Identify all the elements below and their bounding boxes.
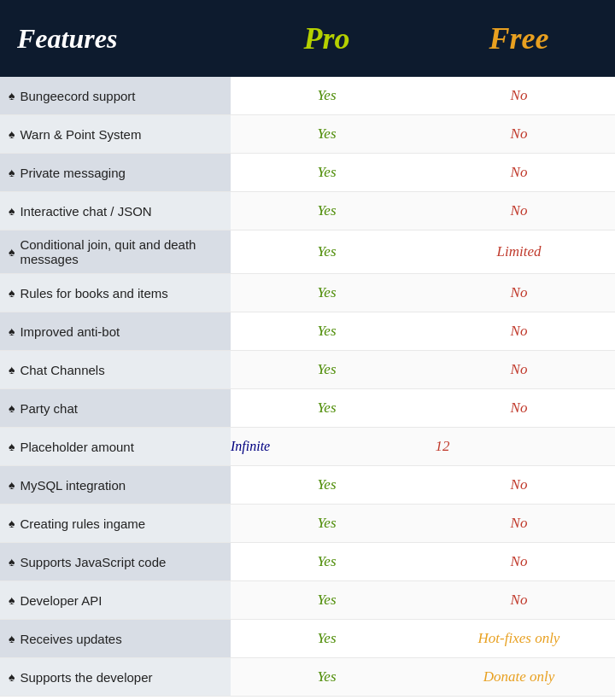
feature-cell: ♠Rules for books and items [0,274,231,312]
feature-label: Improved anti-bot [20,324,120,339]
spade-icon: ♠ [9,593,15,607]
feature-cell: ♠Placeholder amount [0,428,231,465]
table-row: ♠Receives updatesYesHot-fixes only [0,620,615,658]
spade-icon: ♠ [9,516,15,530]
free-cell: Limited [423,243,615,260]
free-cell: 12 [270,438,615,455]
table-row: ♠Supports JavaScript codeYesNo [0,543,615,581]
feature-cell: ♠Interactive chat / JSON [0,192,231,230]
feature-cell: ♠Warn & Point System [0,115,231,153]
free-cell: Donate only [423,668,615,685]
table-row: ♠Placeholder amountInfinite12 [0,428,615,466]
table-row: ♠Developer APIYesNo [0,581,615,620]
spade-icon: ♠ [9,324,15,338]
table-row: ♠Party chatYesNo [0,389,615,428]
pro-cell: Yes [231,164,423,181]
free-cell: No [423,323,615,340]
feature-cell: ♠Supports the developer [0,658,231,696]
feature-label: Developer API [20,593,102,608]
free-cell: No [423,553,615,570]
table-row: ♠Interactive chat / JSONYesNo [0,192,615,230]
table-header: Features Pro Free [0,0,615,77]
free-cell: No [423,87,615,104]
spade-icon: ♠ [9,555,15,569]
feature-label: Placeholder amount [20,440,133,454]
rows-container: ♠Bungeecord supportYesNo♠Warn & Point Sy… [0,77,615,697]
spade-icon: ♠ [9,166,15,179]
pro-cell: Yes [231,630,423,647]
feature-cell: ♠Developer API [0,581,231,619]
feature-cell: ♠Private messaging [0,154,231,191]
pro-heading: Pro [231,20,423,56]
pro-cell: Yes [231,125,423,143]
pro-cell: Yes [231,284,423,301]
spade-icon: ♠ [9,440,15,453]
feature-label: Private messaging [20,166,125,180]
feature-cell: ♠Improved anti-bot [0,312,231,350]
free-cell: No [423,592,615,609]
comparison-table: Features Pro Free ♠Bungeecord supportYes… [0,0,615,700]
free-cell: No [423,202,615,219]
feature-label: Rules for books and items [20,286,167,300]
free-cell: No [423,400,615,417]
spade-icon: ♠ [9,363,15,376]
pro-cell: Yes [231,592,423,609]
free-cell: No [423,476,615,493]
spade-icon: ♠ [9,632,15,645]
feature-label: Party chat [20,401,78,416]
footer-note: The comparation was created against Pro … [0,697,615,700]
free-cell: No [423,515,615,532]
feature-cell: ♠Chat Channels [0,351,231,388]
feature-cell: ♠Bungeecord support [0,77,231,114]
spade-icon: ♠ [9,89,15,102]
pro-cell: Infinite [231,439,270,454]
feature-label: Warn & Point System [20,127,141,142]
table-row: ♠Rules for books and itemsYesNo [0,274,615,312]
pro-cell: Yes [231,361,423,378]
free-cell: No [423,361,615,378]
table-row: ♠Supports the developerYesDonate only [0,658,615,697]
table-row: ♠MySQL integrationYesNo [0,466,615,505]
table-row: ♠Improved anti-botYesNo [0,312,615,351]
free-cell: Hot-fixes only [423,630,615,647]
pro-cell: Yes [231,87,423,104]
feature-label: Receives updates [20,632,121,646]
free-cell: No [423,284,615,301]
feature-label: Supports JavaScript code [20,555,166,569]
pro-cell: Yes [231,476,423,493]
table-row: ♠Bungeecord supportYesNo [0,77,615,115]
feature-cell: ♠MySQL integration [0,466,231,504]
pro-cell: Yes [231,668,423,685]
feature-cell: ♠Conditional join, quit and death messag… [0,230,231,273]
pro-cell: Yes [231,400,423,417]
feature-cell: ♠Party chat [0,389,231,427]
pro-cell: Yes [231,323,423,340]
spade-icon: ♠ [9,245,15,259]
feature-cell: ♠Creating rules ingame [0,505,231,542]
spade-icon: ♠ [9,478,15,492]
feature-cell: ♠Supports JavaScript code [0,543,231,580]
feature-label: Conditional join, quit and death message… [20,237,222,266]
feature-cell: ♠Receives updates [0,620,231,657]
table-row: ♠Creating rules ingameYesNo [0,505,615,543]
spade-icon: ♠ [9,670,15,684]
feature-label: Interactive chat / JSON [20,204,151,219]
pro-cell: Yes [231,202,423,219]
spade-icon: ♠ [9,127,15,141]
free-cell: No [423,125,615,143]
spade-icon: ♠ [9,401,15,415]
pro-cell: Yes [231,243,423,260]
feature-label: MySQL integration [20,478,126,493]
table-row: ♠Chat ChannelsYesNo [0,351,615,389]
table-row: ♠Conditional join, quit and death messag… [0,230,615,274]
free-cell: No [423,164,615,181]
spade-icon: ♠ [9,286,15,300]
feature-label: Creating rules ingame [20,516,145,531]
free-heading: Free [423,20,615,56]
feature-label: Supports the developer [20,670,152,685]
table-row: ♠Private messagingYesNo [0,154,615,192]
feature-label: Bungeecord support [20,89,135,103]
features-heading: Features [0,23,231,55]
spade-icon: ♠ [9,204,15,218]
pro-cell: Yes [231,553,423,570]
